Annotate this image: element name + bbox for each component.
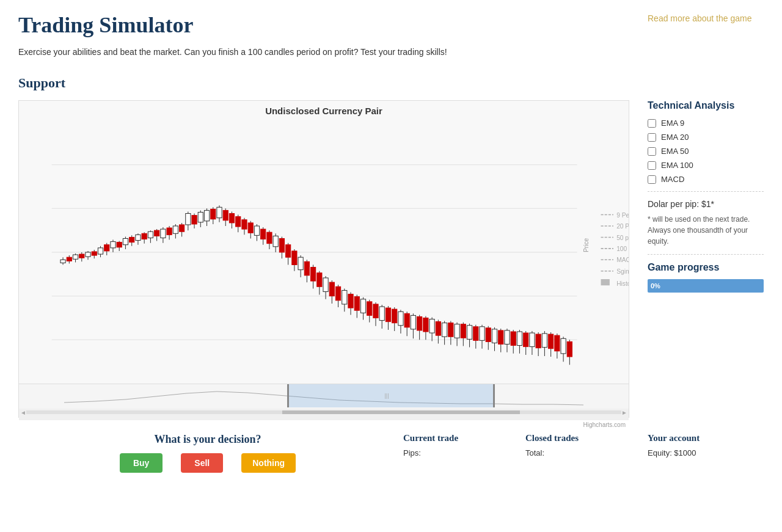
sell-button[interactable]: Sell bbox=[181, 453, 223, 473]
svg-rect-62 bbox=[236, 217, 241, 227]
svg-rect-80 bbox=[292, 251, 297, 265]
svg-rect-152 bbox=[517, 332, 522, 346]
svg-rect-52 bbox=[204, 210, 209, 220]
pips-label: Pips: bbox=[403, 448, 421, 457]
svg-rect-92 bbox=[329, 282, 334, 296]
svg-rect-10 bbox=[73, 255, 78, 259]
svg-rect-136 bbox=[467, 326, 472, 340]
svg-rect-72 bbox=[267, 232, 272, 243]
svg-rect-186 bbox=[493, 384, 495, 407]
pip-note: * will be used on the next trade. Always… bbox=[648, 214, 764, 247]
svg-rect-12 bbox=[79, 254, 84, 258]
ema9-checkbox[interactable] bbox=[648, 119, 656, 128]
ema50-checkbox-item: EMA 50 bbox=[648, 147, 764, 156]
macd-checkbox[interactable] bbox=[648, 175, 656, 184]
tech-analysis-title: Technical Analysis bbox=[648, 100, 764, 111]
ema100-checkbox-item: EMA 100 bbox=[648, 161, 764, 170]
svg-rect-106 bbox=[373, 304, 378, 318]
svg-rect-44 bbox=[180, 225, 185, 231]
divider-1 bbox=[648, 191, 764, 192]
svg-rect-126 bbox=[436, 322, 440, 336]
account-equity: Equity: $1000 bbox=[648, 448, 758, 457]
svg-rect-32 bbox=[142, 233, 147, 239]
svg-rect-164 bbox=[555, 335, 560, 351]
read-more-link[interactable]: Read more about the game bbox=[648, 12, 751, 25]
current-trade-pips: Pips: bbox=[403, 448, 513, 457]
svg-rect-100 bbox=[354, 297, 359, 311]
decision-section: What is your decision? Buy Sell Nothing bbox=[18, 427, 397, 479]
svg-rect-158 bbox=[536, 334, 541, 348]
ema100-checkbox[interactable] bbox=[648, 161, 656, 170]
svg-rect-112 bbox=[392, 309, 397, 323]
sidebar: Technical Analysis EMA 9 EMA 20 EMA 50 E… bbox=[641, 100, 764, 418]
svg-rect-104 bbox=[367, 302, 372, 316]
nothing-button[interactable]: Nothing bbox=[241, 453, 296, 473]
svg-rect-98 bbox=[348, 294, 353, 308]
chart-title: Undisclosed Currency Pair bbox=[19, 101, 629, 121]
chart-container: Undisclosed Currency Pair bbox=[18, 100, 629, 418]
svg-rect-58 bbox=[223, 210, 228, 220]
svg-text:Sginal Line: Sginal Line bbox=[616, 268, 629, 275]
subtitle-text: Exercise your abilities and beat the mar… bbox=[18, 47, 641, 57]
svg-rect-88 bbox=[317, 273, 322, 287]
svg-rect-56 bbox=[217, 207, 222, 217]
progress-bar-container: 0% bbox=[648, 279, 764, 293]
svg-rect-138 bbox=[473, 327, 478, 341]
svg-rect-154 bbox=[524, 333, 528, 347]
svg-rect-28 bbox=[130, 237, 134, 242]
ema9-checkbox-item: EMA 9 bbox=[648, 118, 764, 128]
svg-rect-184 bbox=[287, 384, 495, 407]
svg-text:Histogram: Histogram bbox=[616, 280, 629, 287]
closed-trades-section: Closed trades Total: bbox=[519, 427, 641, 466]
svg-rect-124 bbox=[429, 319, 434, 333]
svg-rect-46 bbox=[186, 214, 191, 225]
ema20-label: EMA 20 bbox=[661, 133, 689, 142]
svg-rect-14 bbox=[86, 252, 90, 257]
svg-text:MACD: MACD bbox=[616, 257, 629, 263]
svg-rect-150 bbox=[511, 332, 516, 346]
svg-rect-96 bbox=[342, 290, 347, 304]
ema20-checkbox[interactable] bbox=[648, 133, 656, 142]
svg-rect-42 bbox=[173, 226, 178, 233]
game-progress-title: Game progress bbox=[648, 262, 764, 273]
svg-rect-102 bbox=[360, 299, 365, 313]
ema50-label: EMA 50 bbox=[661, 147, 689, 156]
svg-rect-120 bbox=[417, 316, 422, 330]
svg-text:50 periods EMA: 50 periods EMA bbox=[616, 235, 629, 241]
svg-rect-160 bbox=[542, 333, 547, 348]
svg-rect-70 bbox=[261, 229, 266, 239]
svg-rect-108 bbox=[379, 307, 384, 321]
svg-rect-86 bbox=[311, 268, 316, 282]
svg-rect-6 bbox=[60, 260, 65, 263]
svg-rect-40 bbox=[167, 228, 172, 235]
ema9-label: EMA 9 bbox=[661, 118, 684, 128]
decision-buttons: Buy Sell Nothing bbox=[24, 453, 391, 473]
page-title: Trading Simulator bbox=[18, 12, 641, 38]
ema50-checkbox[interactable] bbox=[648, 147, 656, 156]
svg-rect-50 bbox=[198, 212, 203, 222]
macd-checkbox-item: MACD bbox=[648, 175, 764, 184]
svg-rect-181 bbox=[601, 279, 610, 285]
chart-scrollbar[interactable]: ||| ◄ ► bbox=[19, 384, 629, 420]
svg-rect-122 bbox=[423, 318, 428, 332]
svg-rect-36 bbox=[155, 230, 159, 236]
svg-rect-38 bbox=[161, 229, 166, 238]
current-trade-title: Current trade bbox=[403, 433, 513, 443]
svg-text:Price: Price bbox=[583, 238, 590, 252]
svg-rect-60 bbox=[229, 214, 234, 223]
svg-rect-20 bbox=[104, 245, 109, 251]
svg-rect-34 bbox=[148, 231, 153, 238]
svg-text:100 periods EMA: 100 periods EMA bbox=[616, 246, 629, 252]
ema100-label: EMA 100 bbox=[661, 161, 693, 170]
svg-rect-90 bbox=[323, 278, 328, 292]
account-section: Your account Equity: $1000 bbox=[641, 427, 764, 464]
progress-bar-fill: 0% bbox=[648, 279, 764, 293]
buy-button[interactable]: Buy bbox=[120, 453, 163, 473]
svg-text:9 Periods EMA: 9 Periods EMA bbox=[616, 212, 629, 219]
svg-rect-166 bbox=[561, 338, 566, 354]
svg-rect-64 bbox=[242, 220, 247, 229]
svg-rect-48 bbox=[192, 216, 197, 224]
svg-rect-128 bbox=[442, 323, 447, 337]
svg-rect-30 bbox=[136, 235, 141, 240]
svg-rect-146 bbox=[499, 330, 503, 344]
